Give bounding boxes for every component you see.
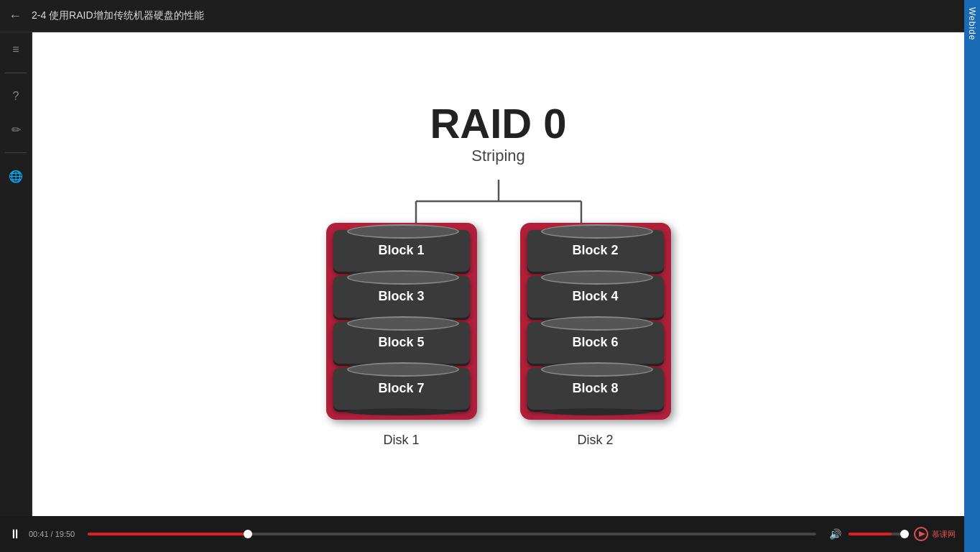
disk1-block4: Block 7 <box>333 368 470 410</box>
volume-bar[interactable] <box>849 533 906 535</box>
disks-row: Block 1 Block 3 Block 5 Block 7 Disk 1 B… <box>326 223 671 448</box>
logo-text: 慕课网 <box>932 529 956 540</box>
disk1-block1: Block 1 <box>333 230 470 272</box>
bottom-bar: ⏸ 00:41 / 19:50 🔊 慕课网 <box>0 516 964 552</box>
raid-diagram: RAID 0 Striping Block 1 Block 3 Block 5 … <box>326 101 671 448</box>
disk2-block3: Block 6 <box>527 322 664 364</box>
edit-icon[interactable]: ✏ <box>6 119 26 139</box>
progress-fill <box>88 533 248 535</box>
logo-area: 慕课网 <box>913 526 956 542</box>
play-pause-button[interactable]: ⏸ <box>9 527 22 542</box>
globe-icon[interactable]: 🌐 <box>6 166 26 186</box>
sidebar-divider2 <box>5 152 27 153</box>
disk1-wrapper: Block 1 Block 3 Block 5 Block 7 Disk 1 <box>326 223 477 448</box>
sidebar-divider <box>5 73 27 73</box>
disk2-block1: Block 2 <box>527 230 664 272</box>
volume-icon: 🔊 <box>829 528 841 540</box>
disk2-block2: Block 4 <box>527 276 664 318</box>
raid-title: RAID 0 <box>430 101 566 147</box>
time-display: 00:41 / 19:50 <box>29 530 75 538</box>
main-content: RAID 0 Striping Block 1 Block 3 Block 5 … <box>32 32 964 516</box>
disk2-block4: Block 8 <box>527 368 664 410</box>
question-icon[interactable]: ? <box>6 86 26 106</box>
mooc-logo-icon <box>913 526 929 542</box>
back-button[interactable]: ← <box>9 9 22 24</box>
disk2-cylinder: Block 2 Block 4 Block 6 Block 8 <box>520 223 671 420</box>
progress-bar[interactable] <box>88 533 816 535</box>
menu-icon[interactable]: ≡ <box>6 40 26 60</box>
disk1-block2: Block 3 <box>333 276 470 318</box>
webide-tab[interactable]: Webide <box>964 0 980 552</box>
disk1-block3: Block 5 <box>333 322 470 364</box>
volume-knob[interactable] <box>900 530 909 538</box>
connector-lines <box>341 180 657 223</box>
raid-subtitle: Striping <box>471 147 525 165</box>
left-sidebar: ≡ ? ✏ 🌐 <box>0 32 32 516</box>
svg-marker-5 <box>919 531 925 537</box>
progress-knob[interactable] <box>244 530 252 538</box>
disk2-wrapper: Block 2 Block 4 Block 6 Block 8 Disk 2 <box>520 223 671 448</box>
disk1-cylinder: Block 1 Block 3 Block 5 Block 7 <box>326 223 477 420</box>
page-title: 2-4 使用RAID增加传统机器硬盘的性能 <box>32 9 204 22</box>
volume-fill <box>849 533 892 535</box>
disk1-label: Disk 1 <box>383 433 419 448</box>
top-bar: ← 2-4 使用RAID增加传统机器硬盘的性能 Webide <box>0 0 980 32</box>
disk2-label: Disk 2 <box>577 433 613 448</box>
